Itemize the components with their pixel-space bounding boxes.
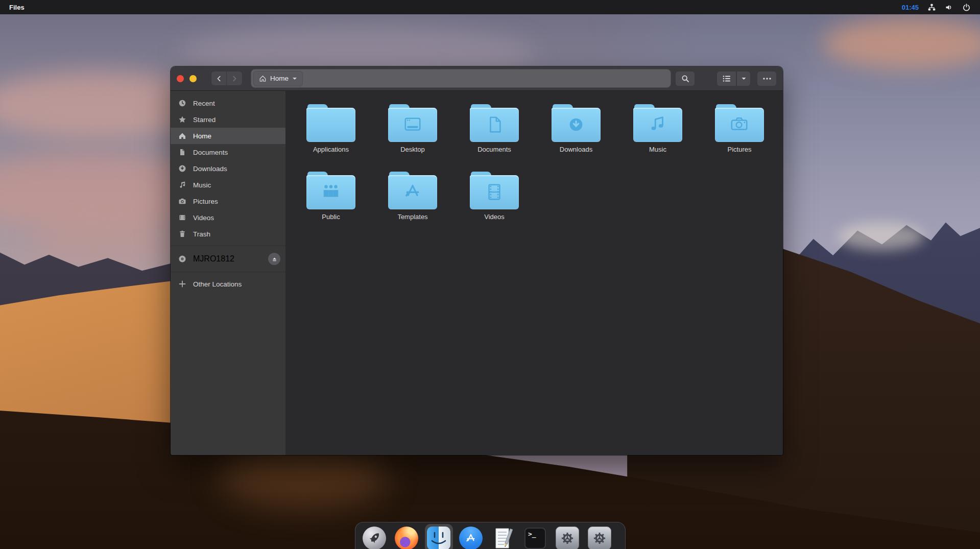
folder-videos[interactable]: Videos bbox=[453, 172, 535, 225]
forward-button[interactable] bbox=[227, 71, 243, 86]
camera-emblem-icon bbox=[728, 115, 751, 134]
sidebar: Recent Starred Home bbox=[171, 91, 286, 455]
launchpad-rocket-icon bbox=[363, 527, 386, 549]
search-icon bbox=[681, 75, 689, 83]
star-icon bbox=[178, 115, 186, 124]
folder-icon bbox=[388, 104, 437, 142]
sidebar-item-pictures[interactable]: Pictures bbox=[171, 193, 285, 209]
search-button[interactable] bbox=[675, 71, 695, 86]
sidebar-item-downloads[interactable]: Downloads bbox=[171, 160, 285, 177]
top-bar: Files 01:45 bbox=[0, 0, 980, 14]
files-window: Home bbox=[171, 66, 783, 455]
folder-icon bbox=[306, 104, 355, 142]
folder-label: Music bbox=[649, 146, 666, 153]
folder-label: Videos bbox=[484, 213, 505, 221]
clock-icon bbox=[178, 99, 186, 107]
text-editor-icon bbox=[491, 527, 515, 549]
sidebar-item-documents[interactable]: Documents bbox=[171, 144, 285, 160]
people-emblem-icon bbox=[319, 182, 343, 202]
film-icon bbox=[178, 213, 186, 222]
folder-downloads[interactable]: Downloads bbox=[535, 104, 617, 157]
sidebar-item-starred[interactable]: Starred bbox=[171, 111, 285, 128]
view-switcher bbox=[716, 71, 751, 86]
chevron-down-icon bbox=[741, 77, 747, 81]
folder-icon bbox=[306, 172, 355, 209]
volume-icon[interactable] bbox=[945, 3, 953, 12]
folder-label: Downloads bbox=[560, 146, 592, 153]
camera-icon bbox=[178, 197, 186, 205]
app-store-icon bbox=[459, 527, 483, 549]
view-options-button[interactable] bbox=[736, 71, 751, 86]
folder-applications[interactable]: Applications bbox=[290, 104, 372, 157]
folder-icon bbox=[388, 172, 437, 209]
location-bar[interactable]: Home bbox=[251, 69, 671, 88]
gear-icon bbox=[556, 527, 579, 549]
disc-icon bbox=[178, 255, 186, 263]
chevron-right-icon bbox=[231, 75, 238, 82]
file-grid[interactable]: Applications Desktop bbox=[286, 91, 783, 455]
sidebar-item-label: Home bbox=[193, 132, 211, 140]
folder-templates[interactable]: Templates bbox=[372, 172, 453, 225]
gear-icon bbox=[588, 527, 611, 549]
sidebar-item-music[interactable]: Music bbox=[171, 177, 285, 193]
menu-button[interactable] bbox=[757, 71, 777, 86]
dock-item-launchpad[interactable] bbox=[358, 522, 391, 549]
folder-icon bbox=[633, 104, 682, 142]
dock-item-terminal[interactable]: >_ bbox=[519, 522, 552, 549]
dock-item-app-store[interactable] bbox=[455, 522, 487, 549]
minimize-button[interactable] bbox=[189, 75, 197, 82]
terminal-icon: >_ bbox=[524, 528, 546, 549]
film-emblem-icon bbox=[483, 182, 506, 202]
folder-music[interactable]: Music bbox=[617, 104, 699, 157]
sidebar-item-recent[interactable]: Recent bbox=[171, 95, 285, 111]
sidebar-item-videos[interactable]: Videos bbox=[171, 209, 285, 226]
sidebar-item-device[interactable]: MJRO1812 bbox=[171, 250, 285, 268]
plus-icon bbox=[178, 280, 186, 288]
sidebar-item-home[interactable]: Home bbox=[171, 128, 285, 144]
dock: >_ bbox=[355, 522, 626, 549]
chevron-left-icon bbox=[216, 75, 223, 82]
music-emblem-icon bbox=[646, 115, 670, 134]
window-titlebar[interactable]: Home bbox=[171, 66, 783, 91]
sidebar-item-other-locations[interactable]: Other Locations bbox=[171, 276, 285, 292]
dock-item-files[interactable] bbox=[423, 522, 455, 549]
sidebar-item-label: Trash bbox=[193, 230, 210, 238]
download-emblem-icon bbox=[564, 115, 588, 134]
sidebar-item-label: Downloads bbox=[193, 165, 227, 173]
app-menu-label[interactable]: Files bbox=[9, 4, 25, 11]
folder-icon bbox=[552, 104, 601, 142]
folder-pictures[interactable]: Pictures bbox=[699, 104, 780, 157]
eject-button[interactable] bbox=[268, 253, 280, 265]
files-finder-icon bbox=[427, 527, 450, 549]
folder-documents[interactable]: Documents bbox=[453, 104, 535, 157]
list-view-button[interactable] bbox=[716, 71, 736, 86]
folder-icon bbox=[470, 104, 519, 142]
dock-item-text-editor[interactable] bbox=[487, 522, 519, 549]
back-button[interactable] bbox=[211, 71, 227, 86]
sidebar-separator bbox=[171, 272, 285, 272]
folder-label: Pictures bbox=[728, 146, 752, 153]
power-icon[interactable] bbox=[962, 3, 971, 12]
folder-icon bbox=[715, 104, 764, 142]
sidebar-item-label: Documents bbox=[193, 149, 228, 156]
folder-public[interactable]: Public bbox=[290, 172, 372, 225]
path-label: Home bbox=[270, 75, 289, 82]
dock-item-firefox[interactable] bbox=[391, 522, 423, 549]
sidebar-item-label: Recent bbox=[193, 100, 215, 107]
document-icon bbox=[178, 148, 186, 156]
desktop-emblem-icon bbox=[401, 115, 424, 134]
path-button-home[interactable]: Home bbox=[253, 71, 303, 86]
folder-label: Public bbox=[322, 213, 340, 221]
list-view-icon bbox=[723, 75, 731, 82]
dock-item-settings-2[interactable] bbox=[584, 522, 616, 549]
clock[interactable]: 01:45 bbox=[902, 4, 919, 11]
home-icon bbox=[259, 75, 267, 82]
sidebar-item-trash[interactable]: Trash bbox=[171, 226, 285, 242]
firefox-icon bbox=[395, 527, 418, 549]
network-icon[interactable] bbox=[927, 3, 936, 12]
sidebar-item-label: Starred bbox=[193, 116, 216, 124]
close-button[interactable] bbox=[177, 75, 184, 82]
desktop: Files 01:45 bbox=[0, 0, 980, 549]
dock-item-settings-1[interactable] bbox=[552, 522, 584, 549]
folder-desktop[interactable]: Desktop bbox=[372, 104, 453, 157]
